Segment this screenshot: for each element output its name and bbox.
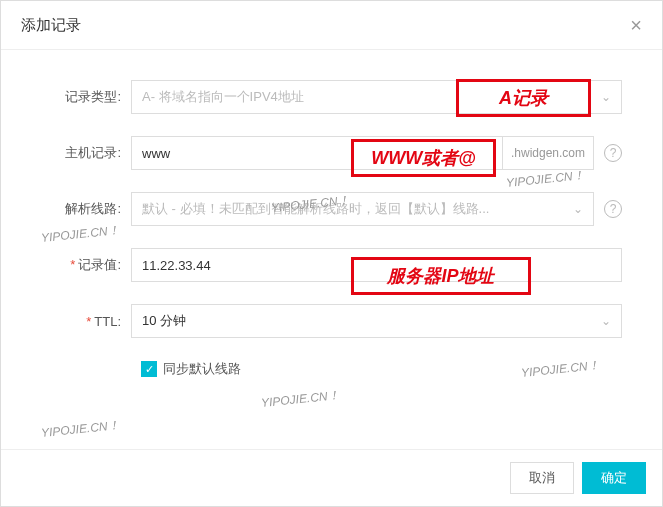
select-record-type-text: A- 将域名指向一个IPV4地址 (142, 88, 304, 106)
help-icon[interactable]: ? (604, 200, 622, 218)
row-ttl: TTL: 10 分钟 ⌄ (41, 304, 622, 338)
close-icon[interactable]: × (630, 15, 642, 35)
select-ttl-text: 10 分钟 (142, 312, 186, 330)
row-line: 解析线路: 默认 - 必填！未匹配到智能解析线路时，返回【默认】线路... ⌄ … (41, 192, 622, 226)
select-ttl[interactable]: 10 分钟 ⌄ (131, 304, 622, 338)
row-host: 主机记录: .hwidgen.com ? (41, 136, 622, 170)
dialog-title: 添加记录 (21, 16, 81, 35)
label-ttl: TTL: (41, 314, 131, 329)
chevron-down-icon: ⌄ (601, 314, 611, 328)
label-sync: 同步默认线路 (163, 360, 241, 378)
help-icon[interactable]: ? (604, 144, 622, 162)
cancel-button[interactable]: 取消 (510, 462, 574, 494)
select-line-text: 默认 - 必填！未匹配到智能解析线路时，返回【默认】线路... (142, 200, 489, 218)
ok-button[interactable]: 确定 (582, 462, 646, 494)
row-value: 记录值: (41, 248, 622, 282)
input-host[interactable] (131, 136, 503, 170)
checkbox-sync[interactable]: ✓ (141, 361, 157, 377)
select-record-type[interactable]: A- 将域名指向一个IPV4地址 ⌄ (131, 80, 622, 114)
label-record-type: 记录类型: (41, 88, 131, 106)
label-host: 主机记录: (41, 144, 131, 162)
watermark: YIPOJIE.CN！ (40, 417, 120, 442)
dialog-body: 记录类型: A- 将域名指向一个IPV4地址 ⌄ 主机记录: .hwidgen.… (1, 50, 662, 408)
domain-suffix: .hwidgen.com (503, 136, 594, 170)
input-value[interactable] (131, 248, 622, 282)
row-record-type: 记录类型: A- 将域名指向一个IPV4地址 ⌄ (41, 80, 622, 114)
select-line[interactable]: 默认 - 必填！未匹配到智能解析线路时，返回【默认】线路... ⌄ (131, 192, 594, 226)
label-value: 记录值: (41, 256, 131, 274)
dialog-header: 添加记录 × (1, 1, 662, 50)
chevron-down-icon: ⌄ (573, 202, 583, 216)
row-sync: ✓ 同步默认线路 (141, 360, 622, 378)
dialog-footer: 取消 确定 (1, 449, 662, 506)
label-line: 解析线路: (41, 200, 131, 218)
chevron-down-icon: ⌄ (601, 90, 611, 104)
